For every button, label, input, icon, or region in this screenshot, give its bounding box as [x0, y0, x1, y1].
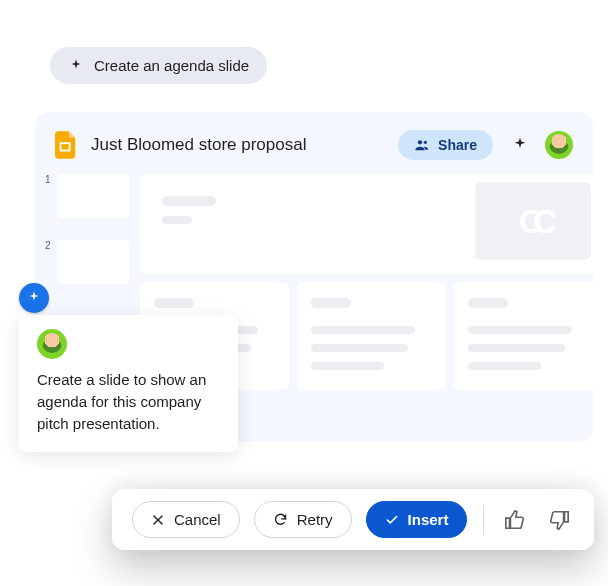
placeholder-line [468, 298, 508, 308]
image-placeholder: CC [475, 182, 591, 260]
prompt-chip-label: Create an agenda slide [94, 57, 249, 74]
slide-thumb-box [57, 240, 129, 284]
people-icon [414, 137, 430, 153]
placeholder-line [154, 298, 194, 308]
avatar [37, 329, 67, 359]
insert-label: Insert [408, 511, 449, 528]
cancel-button[interactable]: Cancel [132, 501, 240, 538]
prompt-callout: Create a slide to show an agenda for thi… [19, 315, 238, 452]
slide-thumb-box [57, 174, 129, 218]
close-icon [151, 513, 165, 527]
thumbs-up-button[interactable] [500, 505, 530, 535]
content-card [297, 282, 446, 390]
slide-thumbnails: 1 2 [45, 174, 129, 284]
slide-thumbnail[interactable]: 1 [45, 174, 129, 218]
prompt-chip[interactable]: Create an agenda slide [50, 47, 267, 84]
insert-button[interactable]: Insert [366, 501, 468, 538]
svg-rect-1 [61, 144, 68, 150]
retry-label: Retry [297, 511, 333, 528]
slide-canvas[interactable]: CC [140, 174, 603, 274]
placeholder-line [311, 344, 408, 352]
placeholder-line [468, 326, 572, 334]
placeholder-line [311, 298, 351, 308]
slide-thumbnail[interactable]: 2 [45, 240, 129, 284]
placeholder-line [311, 362, 384, 370]
cc-icon: CC [518, 202, 547, 241]
thumbs-up-icon [504, 509, 526, 531]
cancel-label: Cancel [174, 511, 221, 528]
placeholder-line [311, 326, 415, 334]
generation-action-bar: Cancel Retry Insert [112, 489, 594, 550]
retry-icon [273, 512, 288, 527]
thumbs-down-button[interactable] [544, 505, 574, 535]
slide-number: 1 [45, 174, 51, 185]
retry-button[interactable]: Retry [254, 501, 352, 538]
check-icon [385, 513, 399, 527]
app-header: Just Bloomed store proposal Share [35, 112, 593, 174]
prompt-text: Create a slide to show an agenda for thi… [37, 369, 220, 434]
placeholder-line [468, 362, 541, 370]
placeholder-line [468, 344, 565, 352]
placeholder-line [162, 216, 192, 224]
thumbs-down-icon [548, 509, 570, 531]
svg-point-2 [418, 140, 422, 144]
avatar[interactable] [545, 131, 573, 159]
divider [483, 505, 484, 535]
google-slides-icon [55, 131, 77, 159]
spark-icon [68, 58, 84, 74]
spark-icon [26, 290, 42, 306]
share-button-label: Share [438, 137, 477, 153]
share-button[interactable]: Share [398, 130, 493, 160]
content-card [454, 282, 603, 390]
slide-number: 2 [45, 240, 51, 251]
document-title[interactable]: Just Bloomed store proposal [91, 135, 388, 155]
spark-icon[interactable] [511, 136, 529, 154]
svg-point-3 [424, 141, 427, 144]
placeholder-line [162, 196, 216, 206]
ai-spark-badge[interactable] [19, 283, 49, 313]
